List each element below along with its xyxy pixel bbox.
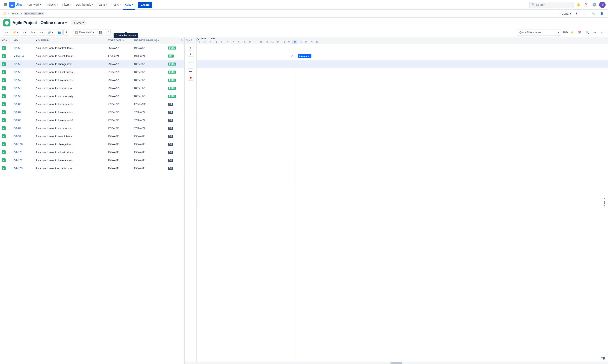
status-badge[interactable]: NOT STARTED ▾ xyxy=(24,12,44,15)
help-icon[interactable]: ❓ xyxy=(583,2,590,8)
gantt-row[interactable] xyxy=(197,92,608,100)
issue-key-link[interactable]: OA-57 xyxy=(14,78,21,82)
save-button[interactable]: 💾 xyxy=(97,29,104,36)
gantt-row[interactable] xyxy=(197,140,608,148)
issue-key-link[interactable]: OA-99 xyxy=(14,135,21,138)
table-row[interactable]: OA-100 As a user I want to change item .… xyxy=(0,140,184,148)
gantt-row[interactable] xyxy=(197,164,608,172)
gantt-row[interactable]: ✓ As a user xyxy=(197,52,608,60)
nav-plans[interactable]: Plans▾ xyxy=(110,0,123,10)
gantt-row[interactable] xyxy=(197,76,608,84)
add-button[interactable]: + ▾ xyxy=(3,29,10,36)
team-button[interactable]: 👥 xyxy=(56,29,63,36)
essentials-button[interactable]: 📋 Essentials* ▾ xyxy=(73,29,96,36)
table-row[interactable]: OA-57 As a user I want to have access ..… xyxy=(0,76,184,84)
create-button[interactable]: Create xyxy=(138,2,152,8)
filter-icon[interactable]: ⚡ xyxy=(569,29,575,36)
gantt-row[interactable] xyxy=(197,108,608,116)
gantt-row[interactable] xyxy=(197,132,608,140)
gantt-view-button[interactable]: ≡ Gantt ▾ xyxy=(559,12,571,15)
expand-icon[interactable]: ⛶ xyxy=(193,38,195,43)
table-row[interactable]: OA-55 As a user I want to change item ..… xyxy=(0,60,184,68)
gantt-left-button[interactable]: ← xyxy=(188,57,193,63)
gantt-bar[interactable]: As a user xyxy=(298,54,311,58)
collapse-gantt-button[interactable]: ◀ xyxy=(197,200,198,205)
issue-key-link[interactable]: OA-101 xyxy=(14,151,23,154)
share-icon[interactable]: ⬆ xyxy=(573,11,580,17)
issue-key-link[interactable]: OA-89 xyxy=(14,127,21,130)
col-settings-icon[interactable]: ⚙ xyxy=(180,39,183,42)
issue-key-link[interactable]: OA-53 xyxy=(14,47,21,50)
issue-key-link[interactable]: OA-55 xyxy=(14,63,21,65)
gantt-row[interactable] xyxy=(197,148,608,156)
table-row[interactable]: OA-59 As a user I want to automatically.… xyxy=(0,92,184,100)
col-status-header[interactable]: ⚙ xyxy=(166,39,184,42)
sort-button[interactable]: ↕ ▾ xyxy=(21,29,28,36)
gantt-scrollbar[interactable] xyxy=(185,362,608,364)
home-icon[interactable]: 🏠 xyxy=(3,12,7,15)
table-row[interactable]: OA-88 As a user I want to have pre-defi.… xyxy=(0,116,184,124)
link-button[interactable]: 🔗 ▾ xyxy=(46,29,55,36)
gantt-row[interactable] xyxy=(197,156,608,164)
upload-button[interactable]: ⬆ xyxy=(63,29,69,36)
nav-projects[interactable]: Projects▾ xyxy=(43,0,60,10)
gantt-row[interactable] xyxy=(197,60,608,68)
gantt-row[interactable] xyxy=(197,84,608,92)
col-startdate-header[interactable]: START DATE ▼ xyxy=(106,39,132,41)
table-row[interactable]: OA-102 As a user I want to have access .… xyxy=(0,156,184,164)
gantt-row[interactable] xyxy=(197,68,608,76)
gantt-delete-button[interactable]: 🗑 xyxy=(188,75,193,81)
grid-icon[interactable] xyxy=(2,2,8,8)
nav-filters[interactable]: Filters▾ xyxy=(60,0,73,10)
nav-apps[interactable]: Apps▾ xyxy=(123,0,135,10)
info-icon[interactable]: ℹ xyxy=(582,11,588,17)
gantt-up-button[interactable]: ↑ xyxy=(188,45,193,51)
table-row[interactable]: OA-87 As a user I want to have access ..… xyxy=(0,108,184,116)
zoom-in-icon[interactable]: 🔍+ xyxy=(185,38,186,43)
scrollbar-thumb[interactable] xyxy=(390,362,402,364)
breadcrumb-id[interactable]: AGILE-16 xyxy=(11,12,22,15)
nav-dashboards[interactable]: Dashboards▾ xyxy=(74,0,95,10)
collapse-icon[interactable]: ▲ xyxy=(599,29,605,36)
issue-key-link[interactable]: OA-56 xyxy=(14,71,21,74)
gantt-row[interactable] xyxy=(197,44,608,52)
issue-key-link[interactable]: OA-87 xyxy=(14,111,21,114)
person-icon[interactable]: 👤 xyxy=(599,11,605,17)
project-logo[interactable] xyxy=(3,19,10,26)
table-row[interactable]: OA-89 As a user I want to automatic m...… xyxy=(0,124,184,132)
issue-key-link[interactable]: OA-102 xyxy=(14,159,23,162)
issue-key-link[interactable]: OA-88 xyxy=(14,119,21,122)
issue-key-link[interactable]: OA-59 xyxy=(14,95,21,98)
notifications-icon[interactable]: 🔔 xyxy=(575,2,581,8)
zoom-reset-icon[interactable]: ⊡ xyxy=(190,38,193,43)
gantt-right-button[interactable]: → xyxy=(188,63,193,68)
issue-key-link[interactable]: OA-54 xyxy=(16,54,24,58)
table-row[interactable]: OA-53 As a user I want to control item .… xyxy=(0,44,184,52)
issue-key-link[interactable]: OA-86 xyxy=(14,103,21,106)
settings-icon[interactable]: ⚙️ xyxy=(591,2,598,8)
table-row[interactable]: OA-58 As a user I want the platform to .… xyxy=(0,84,184,92)
file-button[interactable]: 📁 ▾ xyxy=(11,29,20,36)
gantt-row[interactable] xyxy=(197,100,608,108)
expand-chevron-summary[interactable]: ▶ xyxy=(36,39,37,41)
project-title[interactable]: Agile Project - Online store ▾ xyxy=(13,20,67,25)
live-badge[interactable]: Live ▾ xyxy=(71,20,86,25)
search-filter-icon[interactable]: 🔍 xyxy=(584,29,591,36)
col-key-header[interactable]: KEY xyxy=(12,39,34,41)
table-row[interactable]: OA-101 As a user I want to adjust prices… xyxy=(0,148,184,156)
map-icon[interactable]: 🗺 xyxy=(601,357,605,361)
undo-button[interactable]: ↺ xyxy=(105,29,111,36)
quick-filter[interactable]: Quick Filters: none ▾ xyxy=(517,29,561,36)
more-options-icon[interactable]: ••• xyxy=(592,29,598,36)
table-row[interactable]: ▶ OA-54 As a user I want to select items… xyxy=(0,52,184,60)
gantt-more-button[interactable]: ••• xyxy=(188,69,193,75)
zoom-out-icon[interactable]: 🔍- xyxy=(186,38,190,43)
jira-logo[interactable]: Jira xyxy=(9,2,22,8)
gantt-row[interactable] xyxy=(197,124,608,132)
view-button[interactable]: 👁 ▾ xyxy=(29,29,37,36)
issue-key-link[interactable]: OA-100 xyxy=(14,143,23,146)
user-avatar[interactable]: PK xyxy=(599,2,606,8)
table-row[interactable]: OA-56 As a user I want to adjust prices.… xyxy=(0,68,184,76)
search-bar[interactable]: 🔍 Search xyxy=(529,2,573,8)
nav-teams[interactable]: Teams▾ xyxy=(95,0,109,10)
